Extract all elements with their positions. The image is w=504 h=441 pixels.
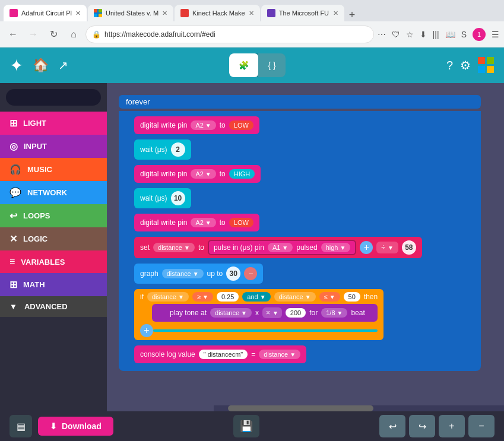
- search-input[interactable]: [13, 93, 113, 102]
- zoom-in-icon: +: [449, 421, 454, 432]
- play-var-pill[interactable]: distance ▼: [210, 308, 252, 318]
- console-var-pill[interactable]: distance ▼: [259, 350, 300, 359]
- dw3-val-pill[interactable]: LOW: [229, 218, 253, 227]
- block-wait-1: wait (μs) 2: [134, 139, 477, 160]
- tab-kinect-close[interactable]: ✕: [249, 9, 254, 17]
- sidebar-item-music[interactable]: 🎧 MUSIC: [0, 158, 107, 181]
- forever-block-header: forever: [119, 95, 481, 109]
- if-plus-btn[interactable]: +: [140, 324, 153, 337]
- graph-minus-btn[interactable]: −: [244, 267, 257, 280]
- set-plus-btn[interactable]: +: [360, 241, 373, 254]
- refresh-button[interactable]: ↻: [45, 26, 62, 43]
- settings-button[interactable]: ⚙: [460, 58, 471, 72]
- zoom-out-icon: −: [478, 421, 484, 432]
- if-op2-pill[interactable]: ≤ ▼: [319, 292, 340, 302]
- dw3-pin-pill[interactable]: A2 ▼: [191, 218, 215, 227]
- set-num[interactable]: 58: [402, 240, 416, 255]
- svg-rect-3: [99, 14, 102, 17]
- home-button[interactable]: ⌂: [65, 26, 82, 43]
- sidebar-item-network[interactable]: 💬 NETWORK: [0, 181, 107, 204]
- graph-num[interactable]: 30: [226, 266, 240, 281]
- redo-button[interactable]: ↪: [409, 415, 435, 437]
- browser-chrome: Adafruit Circuit Pl ✕ United States v. M…: [0, 0, 504, 47]
- tab-adafruit-close[interactable]: ✕: [75, 9, 81, 17]
- simulator-icon: ▤: [17, 421, 26, 432]
- sidebar-item-math[interactable]: ⊞ MATH: [0, 273, 107, 296]
- graph-var-pill[interactable]: distance ▼: [162, 269, 204, 278]
- address-bar[interactable]: 🔒 https://makecode.adafruit.com/#edi: [85, 26, 374, 43]
- set-var-pill[interactable]: distance ▼: [153, 243, 195, 252]
- new-tab-button[interactable]: +: [345, 9, 359, 21]
- dw1-pin-pill[interactable]: A2 ▼: [191, 120, 215, 130]
- javascript-toggle[interactable]: { }: [258, 53, 285, 77]
- tab-lj[interactable]: The Microsoft FU ✕: [261, 5, 344, 21]
- nav-icons: ⋯ 🛡 ☆ ⬇ ||| 📖 S 1 ☰: [378, 28, 499, 41]
- share-icon[interactable]: ↗: [58, 58, 68, 72]
- if-var2-pill[interactable]: distance ▼: [274, 292, 316, 302]
- immersive-button[interactable]: 📖: [445, 30, 455, 39]
- zoom-in-button[interactable]: +: [439, 415, 465, 437]
- lj-favicon: [267, 9, 275, 17]
- dw1-val-pill[interactable]: LOW: [229, 120, 253, 130]
- scrollbar-track[interactable]: [214, 405, 504, 411]
- tab-adafruit[interactable]: Adafruit Circuit Pl ✕: [4, 5, 87, 21]
- forward-button[interactable]: →: [25, 26, 42, 43]
- tab-ms[interactable]: United States v. M ✕: [88, 5, 173, 21]
- account-button[interactable]: 1: [473, 28, 486, 41]
- sidebar-item-advanced[interactable]: ▼ ADVANCED: [0, 296, 107, 317]
- block-console-inner: console log value " distancecm" = distan…: [134, 345, 306, 363]
- wait2-val[interactable]: 10: [171, 191, 185, 205]
- scrollbar-thumb[interactable]: [228, 405, 373, 411]
- sidebar-item-loops[interactable]: ↩ LOOPS: [0, 204, 107, 227]
- console-str[interactable]: " distancecm": [199, 350, 248, 359]
- variables-icon: ≡: [9, 256, 15, 267]
- block-wait-2: wait (μs) 10: [134, 188, 477, 208]
- if-and-pill[interactable]: and ▼: [242, 292, 270, 302]
- if-val2[interactable]: 50: [344, 292, 360, 302]
- play-x-op[interactable]: ×▼: [262, 307, 282, 318]
- tab-ms-close[interactable]: ✕: [162, 9, 167, 17]
- download-button[interactable]: ⬇ Download: [38, 417, 113, 436]
- home-icon[interactable]: 🏠: [33, 58, 49, 73]
- dw2-pin-pill[interactable]: A2 ▼: [191, 169, 215, 179]
- bookmark-button[interactable]: 🛡: [392, 30, 400, 39]
- sidebar-network-label: NETWORK: [27, 188, 67, 197]
- tab-lj-close[interactable]: ✕: [333, 9, 338, 17]
- sidebar-item-input[interactable]: ◎ INPUT: [0, 135, 107, 158]
- star-button[interactable]: ☆: [406, 30, 414, 39]
- tab-kinect[interactable]: Kinect Hack Make ✕: [175, 5, 260, 21]
- if-var1-pill[interactable]: distance ▼: [147, 292, 189, 302]
- sidebar-item-light[interactable]: ⊞ LIGHT: [0, 112, 107, 135]
- adafruit-favicon: [9, 9, 18, 17]
- play-beat-pill[interactable]: 1/8 ▼: [321, 308, 347, 318]
- play-val[interactable]: 200: [286, 308, 306, 318]
- zoom-out-button[interactable]: −: [468, 415, 495, 437]
- dw2-val-pill[interactable]: HIGH: [229, 169, 255, 179]
- sidebar-light-label: LIGHT: [23, 119, 46, 128]
- advanced-chevron-icon: ▼: [9, 302, 17, 311]
- sidebar-item-variables[interactable]: ≡ VARIABLES: [0, 250, 107, 273]
- if-val1[interactable]: 0.25: [217, 292, 239, 302]
- blocks-icon: 🧩: [239, 61, 249, 70]
- menu-button[interactable]: ☰: [492, 30, 499, 39]
- download-browser-button[interactable]: ⬇: [420, 30, 427, 39]
- help-button[interactable]: ?: [446, 59, 453, 72]
- back-button[interactable]: ←: [5, 26, 21, 43]
- sidebar-item-logic[interactable]: ✕ LOGIC: [0, 227, 107, 250]
- search-box[interactable]: 🔍: [6, 89, 101, 106]
- if-op1-pill[interactable]: ≥ ▼: [192, 292, 213, 302]
- header-center: 🧩 { }: [78, 53, 437, 77]
- forever-block-body: digital write pin A2 ▼ to LOW wa: [119, 111, 481, 371]
- undo-button[interactable]: ↩: [379, 415, 405, 437]
- pulse-pin-pill[interactable]: A1 ▼: [268, 243, 293, 252]
- sync-button[interactable]: S: [461, 30, 467, 39]
- collections-button[interactable]: |||: [433, 30, 439, 39]
- bottom-right-tools: ↩ ↪ + −: [379, 415, 495, 437]
- wait1-val[interactable]: 2: [171, 142, 185, 157]
- blocks-toggle[interactable]: 🧩: [229, 53, 258, 77]
- if-add-row: +: [140, 324, 378, 337]
- extensions-button[interactable]: ⋯: [378, 30, 386, 39]
- pulse-high-pill[interactable]: high ▼: [321, 243, 351, 252]
- save-button[interactable]: 💾: [233, 415, 259, 437]
- simulator-toggle[interactable]: ▤: [9, 415, 32, 437]
